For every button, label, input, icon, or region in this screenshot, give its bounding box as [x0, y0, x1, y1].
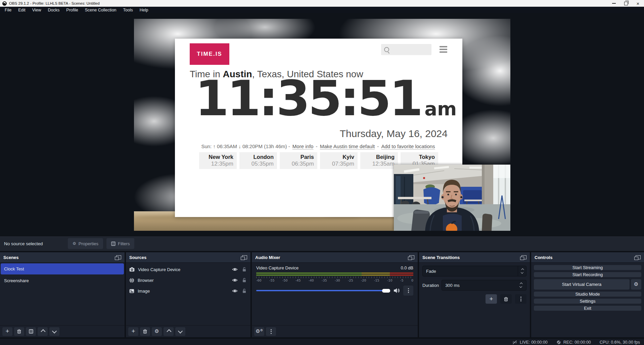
start-virtual-camera-button[interactable]: Start Virtual Camera — [534, 279, 630, 290]
advanced-audio-button[interactable]: ⚙⚙ — [254, 327, 264, 336]
mixer-channel-menu-button[interactable] — [403, 286, 413, 296]
start-recording-button[interactable]: Start Recording — [534, 272, 641, 277]
chevron-down-icon — [52, 329, 57, 333]
move-scene-up-button[interactable] — [38, 327, 48, 336]
title-bar: OBS 29.1.2 - Profile: LLHLS BETA - Scene… — [0, 0, 644, 7]
menu-edit[interactable]: Edit — [15, 8, 29, 12]
popout-icon — [116, 255, 121, 259]
add-scene-button[interactable]: + — [2, 327, 12, 336]
status-bar: LIVE: 00:00:00 REC: 00:00:00 CPU: 0.6%, … — [0, 338, 644, 345]
sun-times: Sun: ↑ 06:35AM ↓ 08:20PM (13h 46m) - — [201, 143, 290, 149]
audio-mixer-panel: Audio Mixer Video Capture Device 0.0 dB … — [252, 252, 418, 337]
add-favorite-link: Add to favorite locations — [381, 143, 435, 149]
source-toolbar: No source selected ⚙ Properties Filters — [0, 236, 644, 251]
window-controls: × — [608, 0, 644, 7]
controls-panel: Controls Start Streaming Start Recording… — [531, 252, 644, 337]
source-item-browser[interactable]: Browser — [126, 275, 250, 286]
remove-source-button[interactable] — [140, 327, 150, 336]
move-source-down-button[interactable] — [175, 327, 185, 336]
world-clock-beijing: Beijing 12:35am — [360, 152, 398, 169]
audio-mixer-title: Audio Mixer — [255, 255, 280, 260]
studio-mode-button[interactable]: Studio Mode — [534, 292, 641, 297]
transition-properties-button[interactable] — [515, 294, 526, 304]
menu-tools[interactable]: Tools — [120, 8, 136, 12]
record-inactive-icon — [556, 340, 561, 345]
popout-icon — [636, 255, 641, 259]
scenes-panel-title: Scenes — [3, 255, 19, 260]
cpu-fps-stats: CPU: 0.6%, 30.00 fps — [600, 340, 640, 345]
volume-meter-right — [256, 274, 413, 276]
volume-slider[interactable] — [256, 290, 390, 291]
filter-icon — [29, 329, 33, 334]
properties-button[interactable]: ⚙ Properties — [68, 238, 103, 249]
virtual-camera-settings-button[interactable]: ⚙ — [631, 279, 641, 290]
move-source-up-button[interactable] — [164, 327, 174, 336]
speaker-icon[interactable] — [394, 288, 400, 293]
duration-value[interactable]: 300 ms — [442, 283, 517, 288]
restore-icon — [624, 2, 628, 5]
plus-icon: + — [489, 296, 493, 302]
world-clock-london: London 05:35pm — [239, 152, 277, 169]
source-status-text: No source selected — [4, 241, 68, 246]
settings-button[interactable]: Settings — [534, 299, 641, 304]
move-scene-down-button[interactable] — [49, 327, 59, 336]
filters-button[interactable]: Filters — [106, 238, 134, 249]
menu-profile[interactable]: Profile — [63, 8, 81, 12]
webcam-overlay — [394, 165, 510, 231]
start-streaming-button[interactable]: Start Streaming — [534, 265, 641, 270]
kebab-menu-icon — [271, 329, 272, 334]
menu-view[interactable]: View — [29, 8, 45, 12]
spin-up-icon[interactable] — [520, 282, 522, 285]
hamburger-menu-icon — [440, 46, 447, 53]
camera-icon — [129, 267, 135, 272]
chevron-up-icon — [167, 329, 171, 334]
spin-down-icon[interactable] — [519, 285, 522, 288]
menu-help[interactable]: Help — [136, 8, 152, 12]
source-item-image[interactable]: Image — [126, 286, 250, 296]
scenes-panel: Scenes Clock Test Screenshare + — [0, 252, 125, 337]
window-minimize-button[interactable] — [608, 0, 620, 7]
search-icon — [384, 47, 389, 52]
menu-docks[interactable]: Docks — [45, 8, 63, 12]
popout-icon — [242, 255, 247, 259]
add-transition-button[interactable]: + — [486, 294, 497, 304]
transition-select[interactable]: Fade — [422, 266, 526, 276]
source-item-video-capture[interactable]: Video Capture Device — [126, 264, 250, 275]
gear-icon: ⚙ — [634, 282, 638, 287]
remove-transition-button[interactable] — [500, 294, 512, 304]
popout-icon — [521, 255, 526, 259]
gear-icon: ⚙ — [73, 242, 76, 246]
visibility-eye-icon[interactable] — [232, 289, 238, 293]
meter-tick-labels: -60-55-50-45-40-35-30-25-20-15-10-50 — [256, 278, 413, 282]
add-source-button[interactable]: + — [128, 327, 138, 336]
remove-scene-button[interactable] — [14, 327, 24, 336]
sources-panel: Sources Video Capture Device Browser — [126, 252, 250, 337]
exit-button[interactable]: Exit — [534, 306, 641, 311]
stream-inactive-icon — [512, 340, 517, 345]
make-default-link: Make Austin time default — [320, 143, 375, 149]
scene-item-clock-test[interactable]: Clock Test — [1, 263, 124, 274]
visibility-eye-icon[interactable] — [232, 267, 238, 271]
window-close-button[interactable]: × — [632, 0, 644, 7]
world-clock-paris: Paris 06:35pm — [280, 152, 317, 169]
duration-spinbox[interactable]: 300 ms — [442, 280, 526, 291]
digital-clock: 11:35:51 am — [195, 78, 457, 120]
source-properties-button[interactable]: ⚙ — [152, 327, 162, 336]
lock-icon[interactable] — [242, 267, 246, 272]
lock-icon[interactable] — [242, 278, 246, 283]
lock-icon[interactable] — [242, 289, 246, 293]
sun-info-line: Sun: ↑ 06:35AM ↓ 08:20PM (13h 46m) - Mor… — [175, 143, 462, 149]
globe-icon — [129, 278, 134, 283]
menu-file[interactable]: File — [1, 8, 15, 12]
visibility-eye-icon[interactable] — [232, 278, 238, 282]
scene-item-screenshare[interactable]: Screenshare — [1, 275, 124, 286]
volume-slider-handle[interactable] — [382, 289, 390, 293]
plus-icon: + — [5, 328, 9, 334]
scene-transitions-panel: Scene Transitions Fade Duration 300 ms — [419, 252, 530, 337]
program-preview[interactable]: TIME.IS Time in Austin, Texas, United St… — [134, 19, 510, 231]
scene-filters-button[interactable] — [26, 327, 36, 336]
timeis-logo: TIME.IS — [190, 43, 229, 65]
mixer-menu-button[interactable] — [266, 327, 276, 336]
menu-scene-collection[interactable]: Scene Collection — [82, 8, 120, 12]
window-restore-button[interactable] — [620, 0, 632, 7]
